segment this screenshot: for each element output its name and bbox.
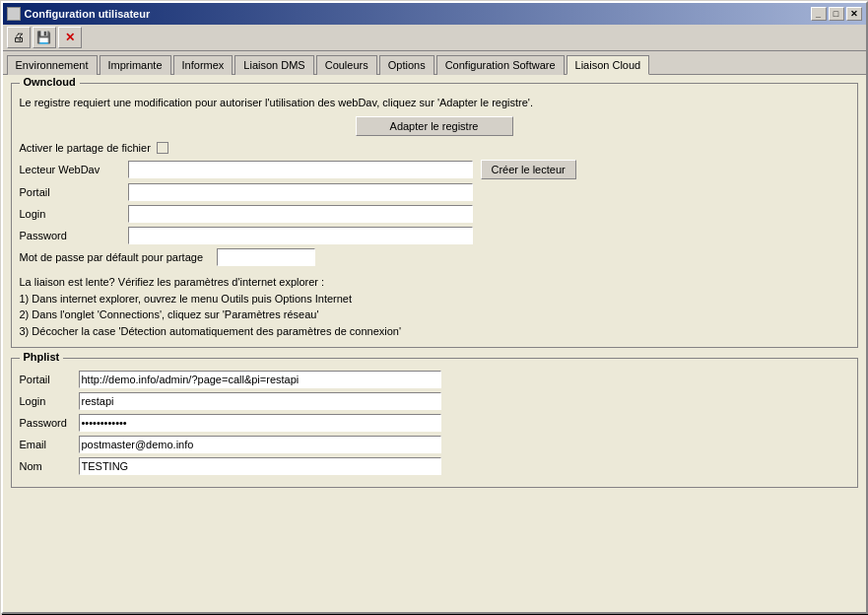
cancel-button[interactable]: ✕ — [58, 27, 82, 48]
phplist-password-row: Password — [20, 414, 849, 432]
phplist-login-row: Login — [20, 392, 849, 410]
tab-liaison-dms[interactable]: Liaison DMS — [234, 55, 313, 75]
enable-row: Activer le partage de fichier — [20, 142, 849, 154]
portail-input[interactable] — [128, 183, 473, 201]
notes-text: La liaison est lente? Vérifiez les param… — [20, 274, 849, 339]
phplist-login-input[interactable] — [79, 392, 441, 410]
phplist-portail-row: Portail — [20, 371, 849, 388]
phplist-email-row: Email — [20, 436, 849, 453]
tab-liaison-cloud[interactable]: Liaison Cloud — [567, 55, 650, 75]
window-title: Configuration utilisateur — [25, 8, 811, 20]
tab-configuration-software[interactable]: Configuration Software — [436, 55, 565, 75]
enable-checkbox[interactable] — [157, 142, 168, 154]
owncloud-content: Le registre requiert une modification po… — [20, 92, 849, 339]
phplist-password-input[interactable] — [79, 414, 441, 432]
phplist-password-label: Password — [20, 417, 79, 429]
phplist-login-label: Login — [20, 395, 79, 407]
portail-row: Portail — [20, 183, 849, 201]
mot-de-passe-label: Mot de passe par défault pour partage — [20, 251, 217, 263]
content-area: Owncloud Le registre requiert une modifi… — [3, 75, 866, 612]
portail-label: Portail — [20, 186, 128, 198]
window-icon — [7, 7, 21, 21]
phplist-portail-label: Portail — [20, 374, 79, 385]
save-button[interactable]: 💾 — [33, 27, 56, 48]
owncloud-group: Owncloud Le registre requiert une modifi… — [11, 83, 858, 348]
mot-de-passe-row: Mot de passe par défault pour partage — [20, 248, 849, 266]
phplist-portail-input[interactable] — [79, 371, 441, 388]
create-button[interactable]: Créer le lecteur — [481, 160, 576, 179]
login-row: Login — [20, 205, 849, 223]
tabs-bar: Environnement Imprimante Informex Liaiso… — [3, 51, 866, 75]
tab-couleurs[interactable]: Couleurs — [316, 55, 377, 75]
tab-environnement[interactable]: Environnement — [7, 55, 98, 75]
maximize-button[interactable]: □ — [829, 7, 844, 21]
login-input[interactable] — [128, 205, 473, 223]
phplist-nom-input[interactable] — [79, 457, 441, 475]
password-input[interactable] — [128, 227, 473, 244]
main-window: Configuration utilisateur _ □ ✕ 🖨 💾 ✕ En… — [1, 1, 868, 614]
phplist-nom-label: Nom — [20, 460, 79, 472]
lecteur-row: Lecteur WebDav Créer le lecteur — [20, 160, 849, 179]
login-label: Login — [20, 208, 128, 220]
tab-informex[interactable]: Informex — [173, 55, 234, 75]
owncloud-group-title: Owncloud — [20, 76, 80, 88]
phplist-content: Portail Login Password Email Nom — [20, 367, 849, 475]
close-window-button[interactable]: ✕ — [846, 7, 862, 21]
phplist-group-title: Phplist — [20, 351, 64, 363]
enable-label: Activer le partage de fichier — [20, 142, 151, 154]
title-bar-buttons: _ □ ✕ — [811, 7, 862, 21]
title-bar: Configuration utilisateur _ □ ✕ — [3, 3, 866, 25]
owncloud-info-text: Le registre requiert une modification po… — [20, 96, 849, 110]
lecteur-label: Lecteur WebDav — [20, 164, 128, 175]
phplist-nom-row: Nom — [20, 457, 849, 475]
password-row: Password — [20, 227, 849, 244]
phplist-group: Phplist Portail Login Password Email — [11, 358, 858, 488]
adapter-row: Adapter le registre — [20, 116, 849, 136]
minimize-button[interactable]: _ — [811, 7, 827, 21]
lecteur-input[interactable] — [128, 161, 473, 178]
password-label: Password — [20, 230, 128, 241]
tab-options[interactable]: Options — [379, 55, 434, 75]
adapter-button[interactable]: Adapter le registre — [356, 116, 513, 136]
toolbar: 🖨 💾 ✕ — [3, 25, 866, 51]
phplist-email-label: Email — [20, 439, 79, 450]
tab-imprimante[interactable]: Imprimante — [100, 55, 171, 75]
print-button[interactable]: 🖨 — [7, 27, 31, 48]
phplist-email-input[interactable] — [79, 436, 441, 453]
mot-de-passe-input[interactable] — [217, 248, 315, 266]
